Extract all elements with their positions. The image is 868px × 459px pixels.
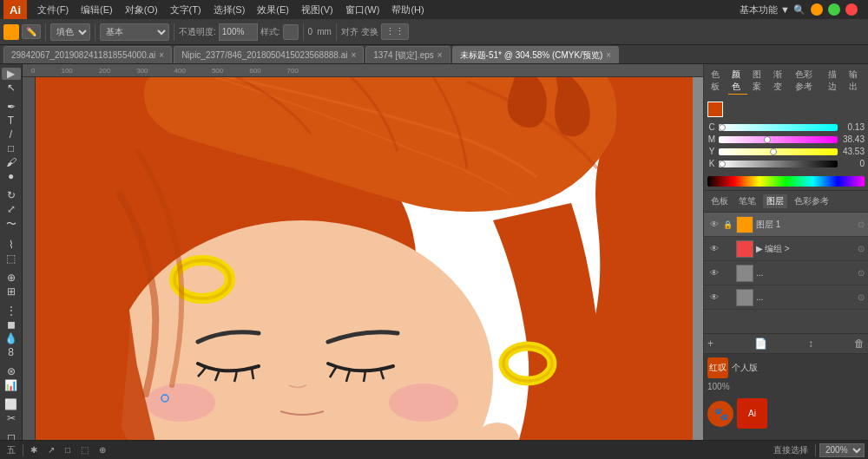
tool-artboard[interactable]: ⬜ (2, 398, 21, 410)
tool-symbol-sprayer[interactable]: ⊛ (2, 365, 21, 377)
tool-blend[interactable]: 8 (2, 346, 21, 358)
m-value: 38.43 (840, 134, 865, 144)
color-tab-output[interactable]: 输出 (845, 68, 865, 95)
tool-rect[interactable]: □ (2, 142, 21, 154)
layer-3-lock[interactable] (721, 267, 733, 279)
layer-2-lock[interactable] (721, 243, 733, 255)
tool-brush[interactable]: 🖌 (2, 156, 21, 168)
toolbar-more[interactable]: ⋮⋮ (381, 23, 409, 40)
layers-add-sublayer-btn[interactable]: 📄 (754, 338, 767, 350)
layer-1-lock[interactable]: 🔒 (721, 219, 733, 231)
spectrum-bar[interactable] (707, 176, 865, 187)
y-slider-row: Y 43.53 (707, 147, 865, 156)
tool-graph[interactable]: 📊 (2, 379, 21, 391)
tool-shape-builder[interactable]: ⊕ (2, 272, 21, 284)
tool-blob-brush[interactable]: ● (2, 170, 21, 182)
toolbar-style-box[interactable] (283, 24, 299, 40)
k-slider-track[interactable] (719, 161, 838, 167)
color-tab-guide[interactable]: 图案 (749, 68, 768, 95)
layer-2-visibility[interactable]: 👁 (707, 242, 721, 256)
tab-1-close[interactable]: × (159, 50, 164, 60)
layers-tab-ref[interactable]: 色彩参考 (791, 194, 832, 208)
tool-eyedropper[interactable]: 💧 (2, 332, 21, 344)
tab-4-close[interactable]: × (606, 50, 611, 60)
layers-tab-layers[interactable]: 图层 (763, 194, 787, 208)
tool-eraser[interactable]: ◻ (2, 431, 21, 440)
color-panel-header: 色板 颜色 图案 渐变 色彩参考 描边 输出 (707, 68, 865, 98)
tab-2-close[interactable]: × (351, 50, 356, 60)
window-minimize-btn[interactable] (811, 3, 823, 16)
layer-row-1[interactable]: 👁 🔒 图层 1 ⊙ (704, 213, 868, 237)
m-slider-thumb[interactable] (764, 136, 771, 143)
menu-file[interactable]: 文件(F) (32, 2, 74, 18)
layer-row-2[interactable]: 👁 ▶ 编组 > ⊙ (704, 237, 868, 261)
layers-delete-btn[interactable]: 🗑 (854, 338, 865, 350)
toolbar-stroke[interactable]: ✏️ (22, 24, 41, 39)
toolbar-fill-color[interactable] (3, 24, 19, 40)
zoom-select[interactable]: 200% 100% 300% (819, 443, 865, 457)
menu-select[interactable]: 选择(S) (208, 2, 251, 18)
tool-line[interactable]: / (2, 128, 21, 141)
tool-type[interactable]: T (2, 115, 21, 127)
opacity-input[interactable] (219, 23, 258, 41)
tool-free-transform[interactable]: ⬚ (2, 252, 21, 265)
menu-type[interactable]: 文字(T) (165, 2, 207, 18)
active-fill-color[interactable] (707, 102, 723, 117)
k-slider-thumb[interactable] (719, 161, 726, 167)
tool-slice[interactable]: ✂ (2, 412, 21, 424)
layer-3-visibility[interactable]: 👁 (707, 266, 721, 280)
layers-tab-swatch[interactable]: 色板 (707, 194, 732, 208)
layers-tab-brush[interactable]: 笔笔 (735, 194, 760, 208)
layer-2-options[interactable]: ⊙ (858, 244, 865, 253)
search-icon[interactable]: 🔍 (793, 4, 806, 16)
y-slider-track[interactable] (719, 148, 838, 155)
layer-row-4[interactable]: 👁 ... ⊙ (704, 285, 868, 310)
layer-4-visibility[interactable]: 👁 (707, 291, 721, 305)
tool-perspective[interactable]: ⊞ (2, 285, 21, 298)
color-tab-ref[interactable]: 色彩参考 (792, 68, 823, 95)
layer-1-options[interactable]: ⊙ (858, 220, 865, 229)
color-tab-color[interactable]: 颜色 (728, 68, 747, 95)
tab-4[interactable]: 未标题-51* @ 304.58% (CMYK/预览) × (452, 46, 619, 63)
tool-pen[interactable]: ✒ (2, 101, 21, 113)
canvas-area[interactable]: 0100200300400500600700 0100200300 (23, 64, 703, 440)
layer-1-visibility[interactable]: 👁 (707, 218, 721, 232)
layer-2-expand[interactable]: ▶ (756, 244, 763, 253)
tool-direct-select[interactable]: ↖ (2, 82, 21, 94)
tool-select[interactable]: ▶ (2, 68, 21, 80)
tool-width[interactable]: ⌇ (2, 239, 21, 251)
tool-gradient[interactable]: ◼ (2, 318, 21, 331)
tool-mesh[interactable]: ⋮ (2, 305, 21, 317)
window-close-btn[interactable] (845, 3, 858, 16)
tab-3[interactable]: 1374 [锁定].eps × (365, 46, 450, 63)
color-tab-swatch[interactable]: 色板 (707, 68, 727, 95)
layer-3-options[interactable]: ⊙ (858, 268, 865, 278)
toolbar-mode-select[interactable]: 填色 (50, 23, 90, 41)
menu-object[interactable]: 对象(O) (120, 2, 163, 18)
menu-view[interactable]: 视图(V) (296, 2, 339, 18)
toolbar-stroke-select[interactable]: 基本 (100, 23, 169, 41)
layers-add-layer-btn[interactable]: + (707, 338, 713, 350)
y-slider-thumb[interactable] (770, 148, 777, 155)
m-slider-track[interactable] (719, 136, 838, 143)
menu-edit[interactable]: 编辑(E) (76, 2, 118, 18)
tab-2[interactable]: Nipic_2377/846_2018050415023568888.ai × (174, 46, 364, 63)
window-maximize-btn[interactable] (828, 3, 840, 16)
color-tab-gradient[interactable]: 渐变 (770, 68, 789, 95)
tab-3-close[interactable]: × (437, 50, 443, 60)
layer-4-options[interactable]: ⊙ (858, 292, 865, 302)
tab-1[interactable]: 29842067_2019082411818554000.ai × (3, 46, 172, 63)
layer-4-lock[interactable] (721, 292, 733, 304)
tool-rotate[interactable]: ↻ (2, 189, 21, 201)
layer-row-3[interactable]: 👁 ... ⊙ (704, 261, 868, 285)
menu-window[interactable]: 窗口(W) (340, 2, 385, 18)
c-slider-track[interactable] (719, 124, 838, 131)
tool-scale[interactable]: ⤢ (2, 203, 21, 215)
left-tools-panel: ▶ ↖ ✒ T / □ 🖌 ● ↻ ⤢ 〜 ⌇ ⬚ ⊕ ⊞ ⋮ ◼ 💧 8 ⊛ … (0, 64, 23, 440)
c-slider-thumb[interactable] (719, 124, 726, 131)
layers-move-btn[interactable]: ↕ (808, 338, 813, 350)
tool-warp[interactable]: 〜 (2, 217, 21, 232)
menu-help[interactable]: 帮助(H) (386, 2, 429, 18)
menu-effect[interactable]: 效果(E) (252, 2, 294, 18)
color-tab-stroke[interactable]: 描边 (825, 68, 844, 95)
